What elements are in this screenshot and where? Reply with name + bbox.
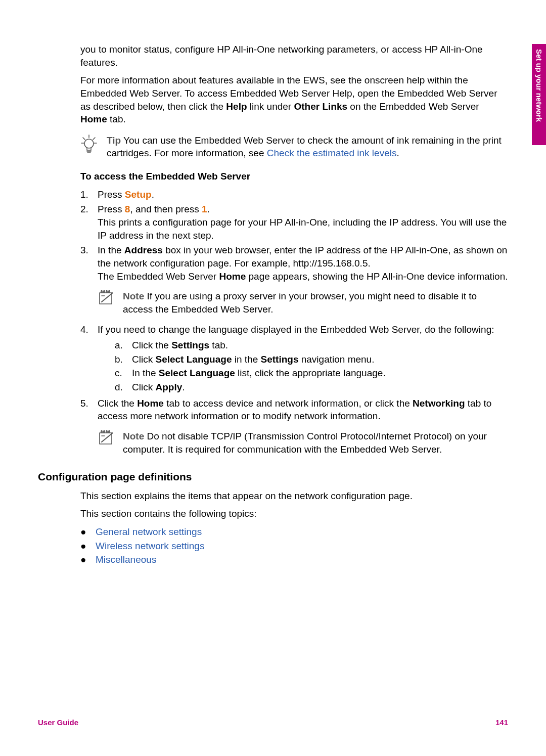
text: page appears, showing the HP All-in-One … [246,271,508,282]
substep-letter: d. [115,381,132,394]
config-paragraph-2: This section contains the following topi… [80,507,508,520]
link-wireless-network[interactable]: Wireless network settings [96,540,204,553]
text: Click [132,382,155,392]
tip-text: Tip You can use the Embedded Web Server … [107,134,508,160]
text: In the [98,245,124,255]
lightbulb-icon [80,134,98,159]
text: In the [132,368,159,378]
text: tab. [107,114,126,124]
footer-left: User Guide [38,718,78,728]
step-number: 1. [80,188,98,201]
note-icon [98,430,115,450]
page-footer: User Guide 141 [38,718,508,728]
text: list, click the appropriate language. [235,368,386,378]
text: . [152,189,154,200]
step-2: 2. Press 8, and then press 1. This print… [80,203,508,242]
link-general-network[interactable]: General network settings [96,525,202,539]
intro-paragraph-2: For more information about features avai… [80,74,508,126]
steps-list-cont: 4. If you need to change the language di… [80,323,508,423]
heading-access-ews: To access the Embedded Web Server [80,170,508,183]
text: , and then press [130,204,202,214]
intro-paragraph-1: you to monitor status, configure HP All-… [80,43,508,69]
bold-select-language: Select Language [155,354,232,365]
list-item: ●Miscellaneous [80,553,508,566]
text: If you are using a proxy server in your … [123,291,477,315]
step-number: 5. [80,397,98,423]
text: Click the [98,398,137,409]
bold-address: Address [124,245,163,255]
note-callout-proxy: Note If you are using a proxy server in … [98,290,508,316]
step-number: 4. [80,323,98,395]
link-miscellaneous[interactable]: Miscellaneous [96,553,156,566]
text: in the [232,354,260,365]
step-number: 3. [80,244,98,283]
config-paragraph-1: This section explains the items that app… [80,490,508,503]
bold-select-language: Select Language [159,368,235,378]
button-setup: Setup [125,189,152,200]
text: on the Embedded Web Server [347,101,479,112]
text: navigation menu. [298,354,374,365]
link-check-ink-levels[interactable]: Check the estimated ink levels [267,148,397,158]
svg-line-29 [102,433,113,442]
text: Do not disable TCP/IP (Transmission Cont… [123,431,487,455]
tip-callout: Tip You can use the Embedded Web Server … [80,134,508,160]
button-1: 1 [202,204,207,214]
svg-line-2 [93,138,95,140]
note-callout-tcpip: Note Do not disable TCP/IP (Transmission… [98,430,508,456]
text: Click [132,354,155,365]
text: . [207,204,210,214]
text: . [182,382,185,392]
topic-links: ●General network settings ●Wireless netw… [80,525,508,566]
step-1: 1. Press Setup. [80,188,508,201]
text: The Embedded Web Server [98,271,219,282]
footer-page-number: 141 [495,718,508,728]
list-item: ●Wireless network settings [80,540,508,553]
step-number: 2. [80,203,98,242]
text: If you need to change the language displ… [98,324,494,335]
list-item: ●General network settings [80,525,508,539]
text: Press [98,204,125,214]
button-8: 8 [125,204,130,214]
step-4: 4. If you need to change the language di… [80,323,508,395]
substep-letter: a. [115,339,132,352]
svg-line-18 [102,293,113,302]
substep-b: b. Click Select Language in the Settings… [115,353,508,366]
text: Press [98,189,125,200]
substeps-list: a. Click the Settings tab. b. Click Sele… [115,339,508,394]
svg-point-5 [84,139,94,148]
text: This prints a configuration page for you… [98,217,507,241]
substep-d: d. Click Apply. [115,381,508,394]
substep-letter: c. [115,367,132,380]
side-tab: Set up your network [532,44,546,145]
svg-line-1 [83,138,85,140]
note-label: Note [123,431,144,441]
bold-other-links: Other Links [294,101,347,112]
text: . [396,148,399,158]
bold-help: Help [226,101,247,112]
step-3: 3. In the Address box in your web browse… [80,244,508,283]
bullet-icon: ● [80,525,96,539]
step-5: 5. Click the Home tab to access device a… [80,397,508,423]
bold-home: Home [80,114,107,124]
text: tab to access device and network informa… [164,398,413,409]
note-label: Note [123,291,144,301]
note-icon [98,290,115,309]
substep-letter: b. [115,353,132,366]
steps-list: 1. Press Setup. 2. Press 8, and then pre… [80,188,508,283]
bullet-icon: ● [80,553,96,566]
bullet-icon: ● [80,540,96,553]
text: link under [247,101,294,112]
text: Click the [132,340,171,350]
text: tab. [209,340,228,350]
bold-home: Home [137,398,164,409]
bold-networking: Networking [413,398,465,409]
tip-label: Tip [107,135,121,146]
page-content: you to monitor status, configure HP All-… [38,43,508,567]
bold-apply: Apply [155,382,182,392]
substep-c: c. In the Select Language list, click th… [115,367,508,380]
note-text: Note Do not disable TCP/IP (Transmission… [123,430,508,456]
bold-settings: Settings [261,354,299,365]
note-text: Note If you are using a proxy server in … [123,290,508,316]
bold-settings: Settings [171,340,209,350]
heading-config-page: Configuration page definitions [38,470,508,484]
